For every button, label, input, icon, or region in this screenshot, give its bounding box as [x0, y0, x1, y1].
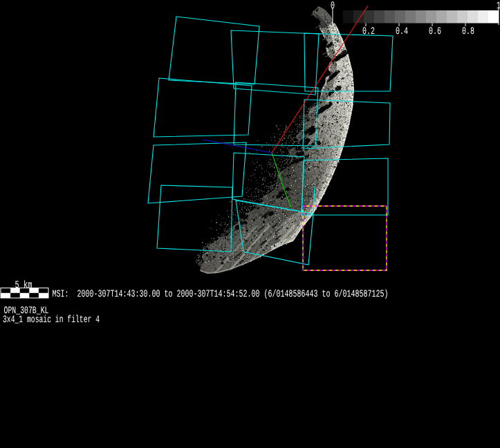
svg-text:1: 1: [497, 1, 500, 12]
svg-text:0: 0: [331, 1, 335, 12]
svg-text:0.2: 0.2: [362, 27, 375, 38]
svg-text:MSI: 2000-307T14:43:30.00 to: MSI: 2000-307T14:43:30.00 to 2000-307T14…: [53, 288, 389, 300]
svg-text:0.4: 0.4: [396, 27, 408, 38]
svg-text:3x4_1 mosaic in filter 4: 3x4_1 mosaic in filter 4: [3, 314, 100, 326]
svg-text:5 km: 5 km: [15, 279, 33, 291]
svg-text:0.6: 0.6: [429, 27, 441, 38]
svg-text:0.8: 0.8: [462, 27, 474, 38]
